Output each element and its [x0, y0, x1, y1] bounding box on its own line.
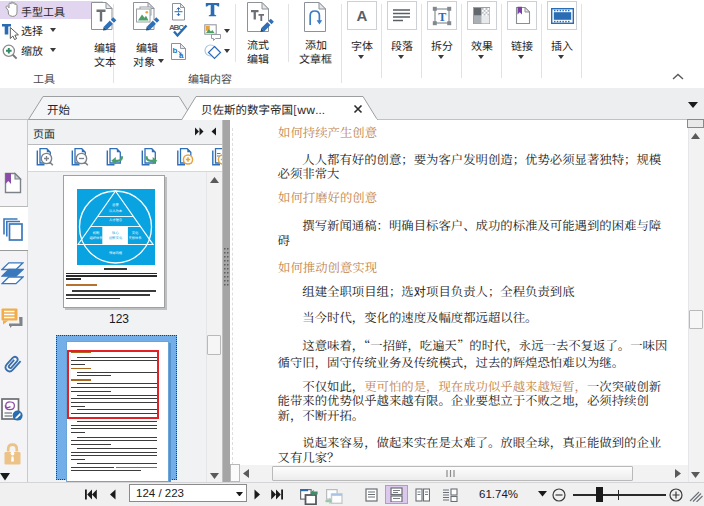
svg-text:领导风格: 领导风格 — [109, 250, 123, 255]
svg-text:创新文化: 创新文化 — [109, 235, 123, 240]
svg-text:愿景: 愿景 — [112, 202, 119, 207]
svg-text:以人为本: 以人为本 — [109, 208, 123, 213]
svg-text:组织体系: 组织体系 — [89, 235, 103, 240]
svg-text:支撑体系: 支撑体系 — [128, 235, 142, 240]
svg-text:b: b — [173, 46, 178, 55]
svg-text:T: T — [438, 10, 446, 24]
svg-text:人才理念: 人才理念 — [109, 217, 123, 222]
